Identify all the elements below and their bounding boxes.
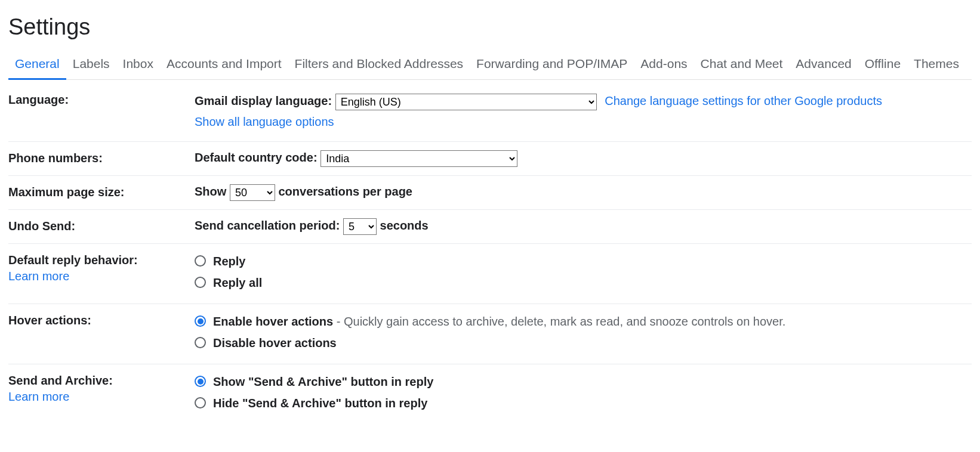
row-undo: Undo Send: Send cancellation period: 5 s…: [8, 210, 972, 244]
pagesize-suffix: conversations per page: [278, 185, 412, 198]
row-reply: Default reply behavior: Learn more Reply…: [8, 244, 972, 304]
sendarchive-learn-more-link[interactable]: Learn more: [8, 390, 195, 404]
radio-disable-hover[interactable]: [195, 337, 206, 348]
reply-option-reply: Reply: [213, 252, 245, 270]
radio-reply[interactable]: [195, 255, 206, 267]
page-title: Settings: [8, 0, 972, 51]
language-display-label: Gmail display language:: [195, 94, 332, 107]
tab-advanced[interactable]: Advanced: [789, 51, 858, 79]
tab-forwarding[interactable]: Forwarding and POP/IMAP: [470, 51, 634, 79]
hover-enable-label: Enable hover actions: [213, 315, 333, 328]
radio-show-send-archive[interactable]: [195, 376, 206, 387]
tab-chat[interactable]: Chat and Meet: [694, 51, 790, 79]
tab-labels[interactable]: Labels: [66, 51, 116, 79]
row-hover: Hover actions: Enable hover actions - Qu…: [8, 304, 972, 364]
tab-inbox[interactable]: Inbox: [116, 51, 160, 79]
tab-addons[interactable]: Add-ons: [634, 51, 694, 79]
show-all-languages-link[interactable]: Show all language options: [195, 115, 334, 128]
sendarchive-show-label: Show "Send & Archive" button in reply: [213, 373, 433, 391]
pagesize-select[interactable]: 50: [230, 184, 275, 201]
label-hover: Hover actions:: [8, 312, 195, 327]
reply-option-reply-all: Reply all: [213, 274, 262, 292]
label-undo: Undo Send:: [8, 218, 195, 233]
settings-tabs: General Labels Inbox Accounts and Import…: [8, 51, 972, 80]
country-code-select[interactable]: India: [320, 150, 517, 167]
row-sendarchive: Send and Archive: Learn more Show "Send …: [8, 364, 972, 424]
undo-suffix: seconds: [380, 219, 429, 232]
change-language-link[interactable]: Change language settings for other Googl…: [605, 94, 882, 107]
label-phone: Phone numbers:: [8, 150, 195, 165]
undo-period-select[interactable]: 5: [343, 218, 377, 235]
sendarchive-hide-label: Hide "Send & Archive" button in reply: [213, 394, 427, 412]
radio-reply-all[interactable]: [195, 277, 206, 288]
tab-general[interactable]: General: [8, 51, 66, 80]
hover-enable-desc: - Quickly gain access to archive, delete…: [333, 315, 785, 328]
label-sendarchive: Send and Archive:: [8, 374, 113, 387]
undo-prefix: Send cancellation period:: [195, 219, 340, 232]
radio-hide-send-archive[interactable]: [195, 397, 206, 408]
hover-disable-label: Disable hover actions: [213, 334, 337, 352]
tab-offline[interactable]: Offline: [858, 51, 907, 79]
country-code-label: Default country code:: [195, 151, 318, 164]
row-language: Language: Gmail display language: Englis…: [8, 80, 972, 142]
row-phone: Phone numbers: Default country code: Ind…: [8, 142, 972, 176]
row-pagesize: Maximum page size: Show 50 conversations…: [8, 176, 972, 210]
radio-enable-hover[interactable]: [195, 315, 206, 327]
tab-accounts[interactable]: Accounts and Import: [160, 51, 288, 79]
tab-filters[interactable]: Filters and Blocked Addresses: [288, 51, 470, 79]
reply-learn-more-link[interactable]: Learn more: [8, 270, 195, 283]
label-language: Language:: [8, 92, 195, 107]
language-select[interactable]: English (US): [335, 94, 597, 110]
label-reply: Default reply behavior:: [8, 253, 138, 267]
label-pagesize: Maximum page size:: [8, 184, 195, 199]
pagesize-show: Show: [195, 185, 226, 198]
tab-themes[interactable]: Themes: [907, 51, 966, 79]
